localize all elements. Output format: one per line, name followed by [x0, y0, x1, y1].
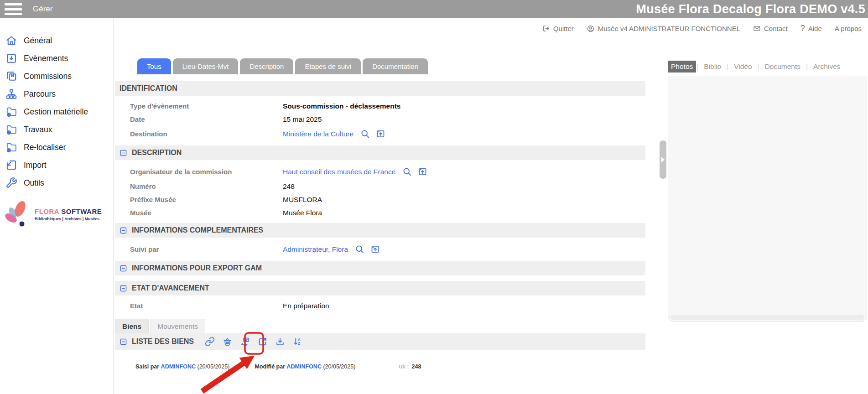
field-label: Musée — [115, 209, 283, 217]
basket-icon[interactable] — [222, 337, 233, 347]
folder-web-icon — [5, 124, 17, 135]
open-record-icon[interactable] — [376, 129, 385, 139]
media-tab-photos[interactable]: Photos — [668, 61, 696, 73]
collapse-minus-icon[interactable] — [120, 285, 127, 292]
field-value: Sous-commission - déclassements — [283, 102, 400, 110]
sidebar-item-evenements[interactable]: Evènements — [0, 50, 114, 67]
section-liste-des-biens: LISTE DES BIENS AZ — [115, 333, 645, 350]
media-panel: Photos | Biblio | Vidéo | Documents | Ar… — [668, 61, 867, 322]
collapse-minus-icon[interactable] — [120, 149, 127, 157]
tab-lieu-dates-mvt[interactable]: Lieu-Dates-Mvt — [173, 58, 239, 74]
contact-button[interactable]: Contact — [753, 25, 788, 32]
folders-icon — [5, 70, 17, 82]
sidebar-item-relocaliser[interactable]: Re-localiser — [0, 139, 114, 156]
destination-link[interactable]: Ministère de la Culture — [283, 130, 353, 138]
tab-mouvements[interactable]: Mouvements — [150, 319, 205, 333]
media-content-area — [668, 77, 867, 322]
sidebar-item-import[interactable]: Import — [0, 156, 114, 174]
archive-down-icon — [5, 52, 17, 64]
media-tabs: Photos | Biblio | Vidéo | Documents | Ar… — [668, 61, 867, 73]
main-content: Tous Lieu-Dates-Mvt Description Etapes d… — [115, 18, 645, 370]
sitemap-icon — [5, 88, 17, 100]
application-window: { "topbar": { "menu_label": "Gérer", "ti… — [0, 0, 868, 394]
media-tab-biblio[interactable]: Biblio — [699, 61, 726, 73]
sidebar-item-parcours[interactable]: Parcours — [0, 85, 114, 103]
saisi-par-user-link[interactable]: ADMINFONC — [161, 363, 196, 370]
download-icon[interactable] — [275, 337, 285, 347]
link-icon[interactable] — [205, 337, 215, 347]
sidebar-item-general[interactable]: Général — [0, 32, 114, 50]
field-row-suivi-par: Suivi par Administrateur, Flora — [115, 241, 645, 257]
sidebar-item-gestion-materielle[interactable]: Gestion matérielle — [0, 103, 114, 121]
field-row-date: Date 15 mai 2025 — [115, 113, 645, 126]
tab-etapes-de-suivi[interactable]: Etapes de suivi — [295, 58, 361, 74]
media-tab-documents[interactable]: Documents — [760, 61, 806, 73]
field-label: Date — [115, 115, 283, 123]
flora-software-logo: FLORA SOFTWARE Bibliothèques | Archives … — [2, 200, 102, 229]
collapse-minus-icon[interactable] — [120, 264, 127, 272]
field-row-prefixe-musee: Préfixe Musée MUSFLORA — [115, 193, 645, 206]
field-label: Etat — [115, 302, 283, 310]
app-title: Musée Flora Decalog Flora DEMO v4.5 — [636, 2, 868, 16]
modifie-par-user-link[interactable]: ADMINFONC — [287, 363, 322, 370]
sidebar-item-commissions[interactable]: Commissions — [0, 67, 114, 85]
flora-petals-icon — [2, 200, 34, 229]
field-value: Musée Flora — [283, 209, 322, 217]
panel-collapse-handle[interactable] — [660, 140, 666, 179]
search-icon[interactable] — [355, 244, 364, 254]
field-value: 15 mai 2025 — [283, 115, 322, 124]
suivi-par-link[interactable]: Administrateur, Flora — [283, 245, 348, 254]
saisi-par-label: Saisi par — [135, 363, 159, 370]
about-button[interactable]: A propos — [835, 25, 862, 32]
field-row-organisateur: Organisateur de la commission Haut conse… — [115, 164, 645, 180]
section-title: LISTE DES BIENS — [132, 337, 194, 346]
tab-biens[interactable]: Biens — [115, 319, 149, 333]
field-value: En préparation — [283, 302, 329, 310]
field-label: Organisateur de la commission — [115, 168, 283, 176]
sidebar-item-outils[interactable]: Outils — [0, 174, 114, 192]
saisi-par-date: (20/05/2025) — [197, 363, 229, 370]
media-tab-archives[interactable]: Archives — [808, 61, 845, 73]
search-icon[interactable] — [402, 167, 412, 176]
section-infos-complementaires: INFORMATIONS COMPLEMENTAIRES — [115, 223, 645, 238]
tab-documentation[interactable]: Documentation — [363, 58, 428, 74]
import-icon — [5, 159, 17, 171]
section-title: IDENTIFICATION — [120, 84, 177, 93]
tab-description[interactable]: Description — [240, 58, 293, 74]
field-label: Préfixe Musée — [115, 196, 283, 203]
section-title: ETAT D'AVANCEMENT — [132, 284, 209, 292]
search-icon[interactable] — [360, 129, 370, 139]
tab-tous[interactable]: Tous — [137, 58, 171, 74]
organisateur-link[interactable]: Haut conseil des musées de France — [283, 168, 395, 176]
collapse-minus-icon[interactable] — [120, 227, 127, 234]
section-identification: IDENTIFICATION — [115, 81, 645, 96]
open-record-icon[interactable] — [418, 167, 427, 176]
hand-holding-box-icon[interactable] — [240, 337, 250, 347]
open-record-icon[interactable] — [370, 244, 380, 254]
biens-mouvements-tabs: Biens Mouvements — [115, 319, 645, 333]
section-title: INFORMATIONS COMPLEMENTAIRES — [132, 226, 263, 234]
folder-web-icon — [5, 141, 17, 153]
section-title: DESCRIPTION — [132, 149, 182, 157]
chevron-right-icon — [661, 157, 665, 162]
field-label: Destination — [115, 130, 283, 138]
field-label: Suivi par — [115, 245, 283, 253]
sidebar: Général Evènements Commissions Parcours … — [0, 18, 114, 394]
sidebar-item-travaux[interactable]: Travaux — [0, 121, 114, 139]
question-icon: ? — [800, 24, 805, 33]
section-description: DESCRIPTION — [115, 145, 645, 160]
sort-az-icon[interactable]: AZ — [292, 337, 302, 347]
svg-text:A: A — [298, 338, 301, 342]
hamburger-menu-icon[interactable] — [5, 3, 22, 15]
modifie-par-label: Modifié par — [255, 363, 285, 370]
svg-text:Z: Z — [298, 342, 300, 346]
media-tab-video[interactable]: Vidéo — [729, 61, 757, 73]
envelope-icon — [753, 25, 761, 32]
menu-label[interactable]: Gérer — [33, 5, 52, 14]
external-link-icon[interactable] — [258, 337, 268, 347]
horizontal-scrollbar[interactable] — [670, 315, 864, 320]
help-button[interactable]: ? Aide — [800, 24, 822, 33]
collapse-minus-icon[interactable] — [120, 338, 127, 346]
field-row-etat: Etat En préparation — [115, 299, 645, 312]
field-row-type-evenement: Type d'évènement Sous-commission - décla… — [115, 99, 645, 113]
